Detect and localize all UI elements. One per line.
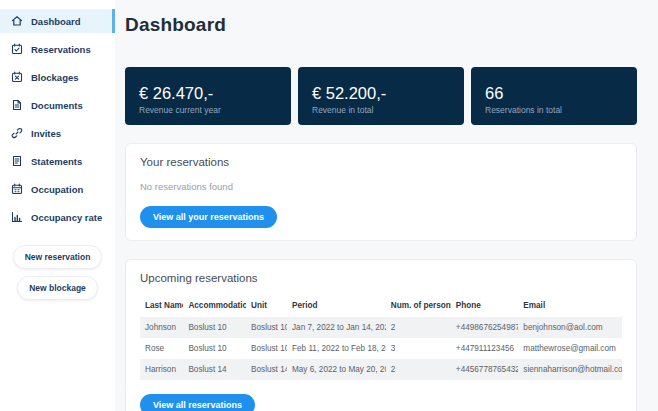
column-header-period: Period [287, 296, 386, 317]
view-all-your-reservations-button[interactable]: View all your reservations [140, 206, 277, 228]
table-cell: Rose [140, 338, 183, 359]
stat-label: Revenue in total [312, 105, 450, 115]
no-reservations-message: No reservations found [140, 181, 622, 192]
main-content: Dashboard € 26.470,- Revenue current yea… [115, 0, 658, 411]
column-header-accommodation: Accommodation [183, 296, 246, 317]
table-body: JohnsonBoslust 10Boslust 10Jan 7, 2022 t… [140, 317, 622, 380]
sidebar-item-label: Dashboard [31, 16, 81, 27]
table-cell: Boslust 14 [246, 359, 287, 380]
sidebar-item-label: Reservations [31, 44, 91, 55]
calendar-icon [11, 183, 23, 195]
stat-value: 66 [485, 84, 623, 102]
table-cell: matthewrose@gmail.com [518, 338, 622, 359]
page-title: Dashboard [125, 14, 637, 36]
table-cell: Boslust 14 [183, 359, 246, 380]
table-header-row: Last Name Accommodation Unit Period Num.… [140, 296, 622, 317]
table-cell: Feb 11, 2022 to Feb 18, 2022 [287, 338, 386, 359]
sidebar-item-label: Documents [31, 100, 83, 111]
table-cell: Boslust 10 [183, 338, 246, 359]
table-cell: siennaharrison@hotmail.com [518, 359, 622, 380]
table-cell: +447911123456 [451, 338, 518, 359]
stat-card-revenue-current-year: € 26.470,- Revenue current year [125, 67, 291, 125]
column-header-phone: Phone [451, 296, 518, 317]
table-row[interactable]: RoseBoslust 10Boslust 10Feb 11, 2022 to … [140, 338, 622, 359]
table-cell: benjohnson@aol.com [518, 317, 622, 338]
bar-chart-icon [11, 211, 23, 223]
view-all-reservations-button[interactable]: View all reservations [140, 394, 255, 411]
table-cell: Johnson [140, 317, 183, 338]
sidebar-item-label: Occupation [31, 184, 83, 195]
document-icon [11, 99, 23, 111]
stat-card-reservations-total: 66 Reservations in total [471, 67, 637, 125]
home-icon [11, 15, 23, 27]
sidebar-item-dashboard[interactable]: Dashboard [0, 9, 115, 33]
new-blockage-button[interactable]: New blockage [17, 276, 98, 300]
sidebar-item-documents[interactable]: Documents [0, 93, 115, 117]
stat-label: Revenue current year [139, 105, 277, 115]
your-reservations-panel: Your reservations No reservations found … [125, 143, 637, 241]
sidebar-item-occupation[interactable]: Occupation [0, 177, 115, 201]
sidebar-item-statements[interactable]: Statements [0, 149, 115, 173]
table-row[interactable]: HarrisonBoslust 14Boslust 14May 6, 2022 … [140, 359, 622, 380]
table-cell: +4498676254987 [451, 317, 518, 338]
table-cell: 2 [386, 359, 451, 380]
sidebar-item-reservations[interactable]: Reservations [0, 37, 115, 61]
table-cell: Boslust 10 [246, 338, 287, 359]
sidebar-item-label: Occupancy rate [31, 212, 102, 223]
table-cell: Boslust 10 [183, 317, 246, 338]
sidebar-item-occupancy-rate[interactable]: Occupancy rate [0, 205, 115, 229]
column-header-email: Email [518, 296, 622, 317]
your-reservations-title: Your reservations [140, 156, 622, 168]
table-row[interactable]: JohnsonBoslust 10Boslust 10Jan 7, 2022 t… [140, 317, 622, 338]
column-header-num-persons: Num. of persons [386, 296, 451, 317]
column-header-unit: Unit [246, 296, 287, 317]
statement-icon [11, 155, 23, 167]
calendar-check-icon [11, 43, 23, 55]
table-cell: 2 [386, 317, 451, 338]
table-cell: +4456778765432 [451, 359, 518, 380]
table-cell: Jan 7, 2022 to Jan 14, 2022 [287, 317, 386, 338]
calendar-x-icon [11, 71, 23, 83]
upcoming-reservations-table: Last Name Accommodation Unit Period Num.… [140, 296, 622, 380]
stat-value: € 52.200,- [312, 84, 450, 102]
column-header-last-name: Last Name [140, 296, 183, 317]
link-icon [11, 127, 23, 139]
sidebar-item-label: Invites [31, 128, 61, 139]
sidebar-item-label: Statements [31, 156, 82, 167]
upcoming-reservations-title: Upcoming reservations [140, 272, 622, 284]
sidebar-item-label: Blockages [31, 72, 79, 83]
table-cell: 3 [386, 338, 451, 359]
stats-row: € 26.470,- Revenue current year € 52.200… [125, 67, 637, 125]
stat-label: Reservations in total [485, 105, 623, 115]
stat-value: € 26.470,- [139, 84, 277, 102]
table-cell: Harrison [140, 359, 183, 380]
table-cell: May 6, 2022 to May 20, 2022 [287, 359, 386, 380]
upcoming-reservations-panel: Upcoming reservations Last Name Accommod… [125, 259, 637, 411]
new-reservation-button[interactable]: New reservation [13, 245, 103, 269]
sidebar: Dashboard Reservations Blockages Documen… [0, 0, 115, 411]
sidebar-quick-actions: New reservation New blockage [0, 245, 115, 300]
table-cell: Boslust 10 [246, 317, 287, 338]
sidebar-item-blockages[interactable]: Blockages [0, 65, 115, 89]
sidebar-item-invites[interactable]: Invites [0, 121, 115, 145]
stat-card-revenue-total: € 52.200,- Revenue in total [298, 67, 464, 125]
